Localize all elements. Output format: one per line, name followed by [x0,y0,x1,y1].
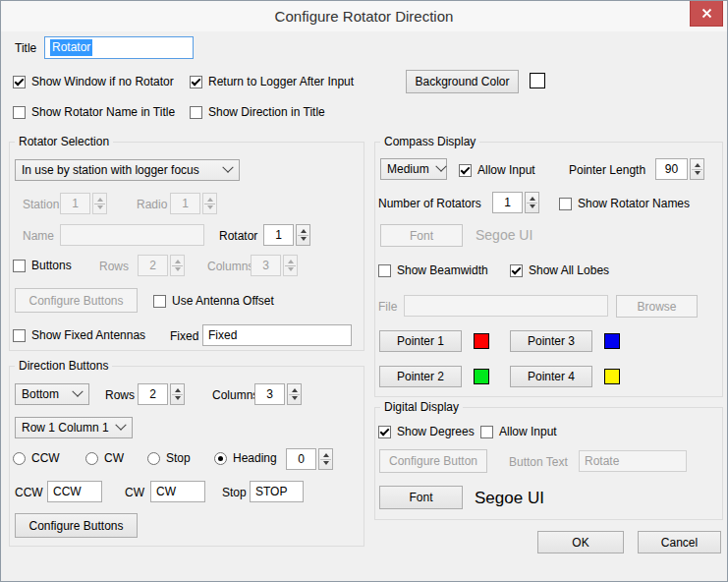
radio-heading[interactable]: Heading [214,451,277,465]
heading-input[interactable]: 0 [286,448,316,470]
checkbox-label: Show Window if no Rotator [31,75,174,88]
checkbox-label: Show All Lobes [529,263,609,277]
db-columns-label: Columns [212,388,258,402]
db-columns-spinner-buttons[interactable] [287,383,302,405]
pointer-1-label: Pointer 1 [397,334,444,348]
configure-direction-buttons-button[interactable]: Configure Buttons [15,513,138,538]
radio-ccw[interactable]: CCW [13,451,60,465]
checkbox-show-fixed-antennas[interactable]: Show Fixed Antennas [13,328,145,342]
chevron-down-icon [222,162,233,173]
compass-font-button-disabled: Font [380,224,463,247]
db-columns-input[interactable]: 3 [254,383,285,405]
fixed-input[interactable]: Fixed [202,324,352,346]
station-spinner-buttons [92,193,107,214]
number-of-rotators-spinner-buttons[interactable] [525,192,539,213]
digital-font-name: Segoe UI [475,489,544,508]
stop-text-input[interactable]: STOP [250,481,304,502]
checkbox-show-direction-in-title[interactable]: Show Direction in Title [190,105,325,119]
digital-display-group-title: Digital Display [380,400,463,414]
pointer-3-button[interactable]: Pointer 3 [510,330,592,352]
ccw-label: CCW [15,486,43,499]
compass-size-dropdown[interactable]: Medium [380,158,447,180]
checkbox-label: Allow Input [499,425,557,438]
compass-font-name: Segoe UI [476,227,532,243]
heading-spinner-buttons[interactable] [318,448,333,470]
button-cell-dropdown[interactable]: Row 1 Column 1 [15,417,133,438]
checkbox-show-degrees[interactable]: Show Degrees [378,425,475,438]
checkbox-compass-allow-input[interactable]: Allow Input [459,163,535,177]
pointer-length-spinner-buttons[interactable] [690,158,704,180]
ok-button[interactable]: OK [537,531,624,553]
cancel-button[interactable]: Cancel [638,531,721,553]
checkbox-use-antenna-offset[interactable]: Use Antenna Offset [153,294,274,308]
checkbox-show-beamwidth[interactable]: Show Beamwidth [378,263,488,277]
db-rows-input[interactable]: 2 [138,383,168,405]
pointer-4-button[interactable]: Pointer 4 [510,366,592,387]
db-rows-spinner-buttons[interactable] [170,383,185,405]
checkbox-show-window-if-no-rotator[interactable]: Show Window if no Rotator [13,75,174,88]
checkbox-label: Show Fixed Antennas [31,328,145,342]
rotator-number-spinner-buttons[interactable] [296,224,310,246]
button-position-dropdown[interactable]: Bottom [15,383,89,405]
pointer-2-color-swatch [474,369,489,384]
configure-rotator-direction-dialog: Configure Rotator Direction Title Rotato… [0,0,728,582]
pointer-1-color-swatch [474,333,489,349]
title-input[interactable]: Rotator [44,36,194,59]
number-of-rotators-input[interactable]: 1 [492,192,523,213]
checkbox-check-icon [378,264,391,277]
rows-label: Rows [99,260,129,273]
name-label: Name [23,229,54,243]
radio-spinner-buttons [202,193,217,214]
background-color-button-label: Background Color [415,75,509,88]
checkbox-check-icon [13,106,26,119]
cw-label: CW [125,486,144,499]
compass-display-group-title: Compass Display [380,135,479,148]
checkbox-digital-allow-input[interactable]: Allow Input [480,425,557,438]
pointer-2-button[interactable]: Pointer 2 [379,366,462,387]
digital-font-button[interactable]: Font [379,486,463,509]
chevron-down-icon [72,386,83,397]
cw-text-input[interactable]: CW [150,481,205,502]
rotator-mode-dropdown-value: In use by station with logger focus [22,163,199,177]
checkbox-return-to-logger[interactable]: Return to Logger After Input [190,75,354,88]
pointer-length-input[interactable]: 90 [655,158,688,180]
checkbox-show-rotator-name-in-title[interactable]: Show Rotator Name in Title [13,105,175,119]
checkbox-label: Show Degrees [397,425,475,438]
button-text-label: Button Text [509,455,568,469]
checkbox-check-icon [190,106,202,119]
checkbox-buttons[interactable]: Buttons [13,259,72,272]
columns-label: Columns [207,260,253,273]
close-button[interactable] [690,1,723,27]
ok-button-label: OK [572,536,588,550]
checkbox-show-all-lobes[interactable]: Show All Lobes [510,263,609,277]
radio-input: 1 [170,193,200,214]
pointer-3-color-swatch [604,333,620,349]
chevron-down-icon [115,420,126,431]
checkbox-check-icon [510,264,523,277]
number-of-rotators-label: Number of Rotators [378,197,481,210]
ccw-text-input[interactable]: CCW [47,481,102,502]
rotator-number-input[interactable]: 1 [263,224,294,246]
font-button-label: Font [410,229,433,243]
radio-cw[interactable]: CW [85,451,124,465]
browse-button-disabled: Browse [616,295,698,318]
titlebar[interactable]: Configure Rotator Direction [1,1,727,31]
pointer-1-button[interactable]: Pointer 1 [379,330,462,352]
rows-input: 2 [138,255,168,276]
name-input [60,224,204,246]
checkbox-check-icon [13,76,26,88]
radio-circle-icon [147,452,160,465]
radio-stop[interactable]: Stop [147,451,191,465]
checkbox-check-icon [190,76,202,88]
columns-spinner-buttons [283,255,298,276]
background-color-button[interactable]: Background Color [406,70,519,93]
button-position-dropdown-value: Bottom [22,387,59,401]
fixed-label: Fixed [170,329,198,343]
rotator-mode-dropdown[interactable]: In use by station with logger focus [15,159,240,181]
window-title: Configure Rotator Direction [275,8,454,25]
checkbox-check-icon [13,260,26,272]
button-text-input: Rotate [579,450,687,472]
checkbox-label: Allow Input [477,163,535,177]
checkbox-show-rotator-names[interactable]: Show Rotator Names [559,197,690,210]
checkbox-label: Return to Logger After Input [208,75,354,88]
